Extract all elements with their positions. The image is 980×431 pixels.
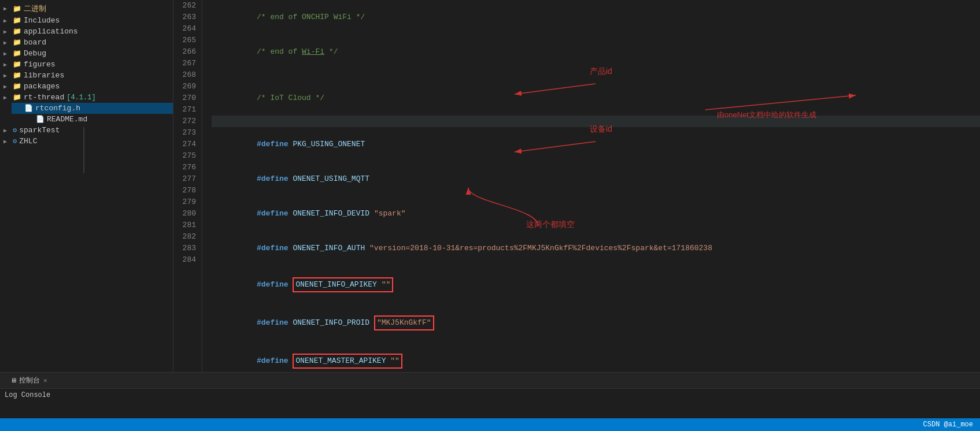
line-num: 266 bbox=[173, 46, 196, 58]
sidebar-item-label: README.md bbox=[47, 115, 87, 124]
sidebar-item-packages[interactable]: ▶ 📁 packages bbox=[0, 81, 173, 92]
code-container[interactable]: 262 263 264 265 266 267 268 269 270 271 … bbox=[173, 0, 980, 372]
console-tab-label: 控制台 bbox=[19, 376, 40, 385]
folder-icon: 📁 bbox=[13, 16, 21, 25]
arrow-icon: ▶ bbox=[15, 105, 24, 112]
string-value: "" bbox=[390, 356, 400, 365]
sidebar-item-board[interactable]: ▶ 📁 board bbox=[0, 37, 173, 48]
arrow-icon: ▶ bbox=[3, 83, 13, 90]
code-line-266 bbox=[212, 116, 980, 127]
code-line-267: #define PKG_USING_ONENET bbox=[212, 127, 980, 162]
folder-icon: 📁 bbox=[13, 71, 21, 80]
sidebar-item-includes[interactable]: ▶ 📁 Includes bbox=[0, 15, 173, 26]
sidebar-item-figures[interactable]: ▶ 📁 figures bbox=[0, 59, 173, 70]
bottom-tab-bar: 🖥 控制台 ✕ bbox=[0, 373, 980, 389]
red-box-apikey: ONENET_INFO_APIKEY "" bbox=[293, 277, 393, 292]
define-keyword: #define bbox=[257, 174, 293, 183]
macro-name: ONENET_INFO_APIKEY bbox=[295, 280, 381, 289]
string-value: "spark" bbox=[374, 209, 406, 218]
sidebar-item-readme[interactable]: ▶ 📄 README.md bbox=[23, 114, 173, 125]
line-num: 273 bbox=[173, 127, 196, 139]
arrow-icon: ▶ bbox=[3, 127, 13, 134]
sidebar-item-libraries[interactable]: ▶ 📁 libraries bbox=[0, 70, 173, 81]
sidebar: ▶ 📁 二进制 ▶ 📁 Includes ▶ 📁 applications ▶ … bbox=[0, 0, 173, 372]
macro-name: ONENET_INFO_AUTH bbox=[293, 244, 369, 252]
macro-name: PKG_USING_ONENET bbox=[293, 140, 365, 148]
sidebar-item-label: Debug bbox=[24, 49, 46, 58]
line-num: 267 bbox=[173, 58, 196, 69]
line-num: 262 bbox=[173, 0, 196, 12]
sidebar-item-debug[interactable]: ▶ 📁 Debug bbox=[0, 48, 173, 59]
code-content[interactable]: /* end of ONCHIP WiFi */ /* end of Wi-Fi… bbox=[202, 0, 980, 372]
string-value: "MKJ5KnGkfF" bbox=[377, 318, 431, 327]
code-line-263: /* end of Wi-Fi */ bbox=[212, 35, 980, 69]
line-num: 278 bbox=[173, 185, 196, 196]
line-num: 284 bbox=[173, 254, 196, 266]
line-num: 269 bbox=[173, 81, 196, 92]
sidebar-item-label: rt-thread bbox=[24, 93, 64, 102]
line-num: 277 bbox=[173, 173, 196, 185]
project-icon: ⚙ bbox=[13, 137, 17, 146]
version-badge: [4.1.1] bbox=[66, 94, 95, 102]
status-bar: CSDN @ai_moe bbox=[0, 418, 980, 431]
line-num: 279 bbox=[173, 196, 196, 208]
macro-name: ONENET_MASTER_APIKEY bbox=[295, 356, 390, 365]
code-line-269: #define ONENET_INFO_DEVID "spark" bbox=[212, 196, 980, 231]
code-line-273: #define ONENET_MASTER_APIKEY "" bbox=[212, 342, 980, 372]
folder-icon: 📁 bbox=[13, 82, 21, 91]
arrow-icon: ▶ bbox=[3, 50, 13, 57]
macro-name: ONENET_INFO_DEVID bbox=[293, 209, 373, 218]
sidebar-item-label: rtconfig.h bbox=[35, 104, 80, 113]
sidebar-item-label: applications bbox=[24, 27, 78, 36]
main-area: ▶ 📁 二进制 ▶ 📁 Includes ▶ 📁 applications ▶ … bbox=[0, 0, 980, 372]
macro-name: ONENET_INFO_PROID bbox=[293, 318, 373, 327]
sidebar-item-rtconfig[interactable]: ▶ 📄 rtconfig.h bbox=[12, 103, 173, 114]
string-value: "version=2018-10-31&res=products%2FMKJ5K… bbox=[369, 244, 712, 252]
attribution-text: CSDN @ai_moe bbox=[923, 421, 973, 429]
comment-text: /* end of ONCHIP WiFi */ bbox=[257, 13, 365, 21]
sidebar-item-label: sparkTest bbox=[19, 126, 60, 135]
define-keyword: #define bbox=[257, 280, 293, 289]
code-line-265: /* IoT Cloud */ bbox=[212, 81, 980, 116]
arrow-icon: ▶ bbox=[3, 17, 13, 24]
console-tab[interactable]: 🖥 控制台 ✕ bbox=[5, 373, 53, 388]
line-num: 274 bbox=[173, 139, 196, 150]
line-num: 281 bbox=[173, 220, 196, 231]
sidebar-item-label: Includes bbox=[24, 16, 60, 25]
folder-icon: 📁 bbox=[13, 38, 21, 47]
arrow-icon: ▶ bbox=[3, 138, 13, 145]
sidebar-item-label: board bbox=[24, 38, 46, 47]
sidebar-item-zhlc[interactable]: ▶ ⚙ ZHLC bbox=[0, 136, 173, 147]
tab-close-icon[interactable]: ✕ bbox=[43, 377, 47, 384]
line-num: 280 bbox=[173, 208, 196, 220]
sidebar-item-label: 二进制 bbox=[24, 3, 46, 14]
string-value: "" bbox=[382, 280, 391, 289]
sidebar-item-rtthread[interactable]: ▶ 📁 rt-thread [4.1.1] bbox=[0, 92, 173, 103]
folder-icon: 📁 bbox=[13, 93, 21, 102]
sidebar-item-binary[interactable]: ▶ 📁 二进制 bbox=[0, 2, 173, 15]
file-icon: 📄 bbox=[36, 115, 45, 124]
line-num: 282 bbox=[173, 231, 196, 243]
define-keyword: #define bbox=[257, 318, 293, 327]
macro-name: ONENET_USING_MQTT bbox=[293, 174, 369, 183]
file-icon: 📄 bbox=[24, 104, 33, 113]
code-line-272: #define ONENET_INFO_PROID "MKJ5KnGkfF" bbox=[212, 304, 980, 342]
arrow-icon: ▶ bbox=[3, 5, 13, 12]
code-line-264 bbox=[212, 69, 980, 81]
define-keyword: #define bbox=[257, 209, 293, 218]
line-num: 264 bbox=[173, 23, 196, 35]
sidebar-item-applications[interactable]: ▶ 📁 applications bbox=[0, 26, 173, 37]
arrow-icon: ▶ bbox=[27, 116, 36, 123]
sidebar-item-label: figures bbox=[24, 60, 56, 69]
line-num: 270 bbox=[173, 92, 196, 104]
folder-icon: 📁 bbox=[13, 60, 21, 69]
line-num: 272 bbox=[173, 116, 196, 127]
console-icon: 🖥 bbox=[10, 377, 17, 384]
bottom-content: Log Console bbox=[0, 389, 980, 402]
sidebar-subsub-group: ▶ 📄 README.md bbox=[12, 114, 173, 125]
sidebar-item-label: ZHLC bbox=[19, 137, 37, 146]
code-line-270: #define ONENET_INFO_AUTH "version=2018-1… bbox=[212, 231, 980, 266]
code-line-268: #define ONENET_USING_MQTT bbox=[212, 162, 980, 196]
line-num: 276 bbox=[173, 162, 196, 173]
sidebar-item-sparktest[interactable]: ▶ ⚙ sparkTest bbox=[0, 125, 173, 136]
